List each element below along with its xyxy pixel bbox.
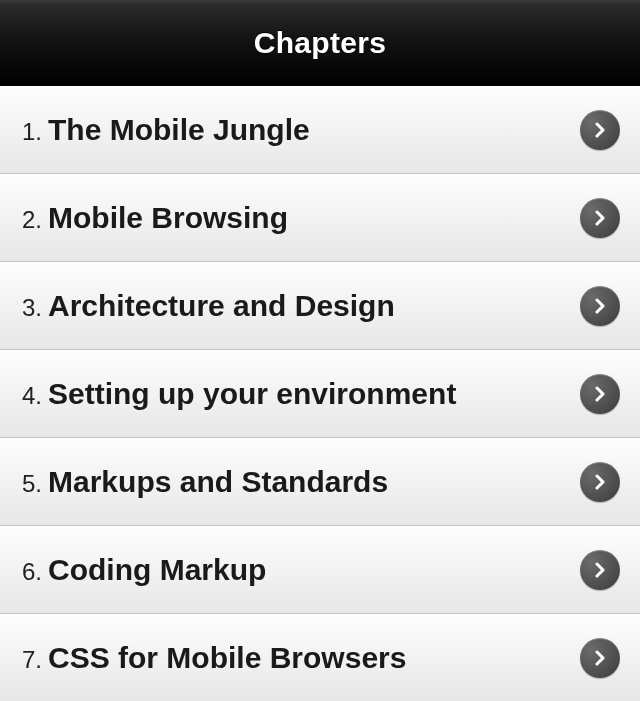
chapter-item-7[interactable]: 7. CSS for Mobile Browsers <box>0 614 640 701</box>
chapter-number: 6. <box>22 558 42 586</box>
chapter-number: 4. <box>22 382 42 410</box>
chapter-item-1[interactable]: 1. The Mobile Jungle <box>0 86 640 174</box>
chapter-item-4[interactable]: 4. Setting up your environment <box>0 350 640 438</box>
chapters-list: 1. The Mobile Jungle 2. Mobile Browsing … <box>0 86 640 701</box>
header-bar: Chapters <box>0 0 640 86</box>
chapter-label: The Mobile Jungle <box>48 113 580 147</box>
chapter-number: 7. <box>22 646 42 674</box>
chapter-number: 3. <box>22 294 42 322</box>
chapter-label: Markups and Standards <box>48 465 580 499</box>
chapter-label: Architecture and Design <box>48 289 580 323</box>
chapter-item-5[interactable]: 5. Markups and Standards <box>0 438 640 526</box>
chevron-right-icon <box>580 374 620 414</box>
chapter-label: CSS for Mobile Browsers <box>48 641 580 675</box>
chapter-number: 5. <box>22 470 42 498</box>
chapter-item-2[interactable]: 2. Mobile Browsing <box>0 174 640 262</box>
page-title: Chapters <box>254 26 386 60</box>
chevron-right-icon <box>580 198 620 238</box>
chevron-right-icon <box>580 462 620 502</box>
chapter-label: Mobile Browsing <box>48 201 580 235</box>
chapter-label: Setting up your environment <box>48 377 580 411</box>
chapter-item-6[interactable]: 6. Coding Markup <box>0 526 640 614</box>
chapter-number: 2. <box>22 206 42 234</box>
chapter-label: Coding Markup <box>48 553 580 587</box>
chevron-right-icon <box>580 638 620 678</box>
chevron-right-icon <box>580 286 620 326</box>
chevron-right-icon <box>580 550 620 590</box>
chapter-item-3[interactable]: 3. Architecture and Design <box>0 262 640 350</box>
chevron-right-icon <box>580 110 620 150</box>
chapter-number: 1. <box>22 118 42 146</box>
